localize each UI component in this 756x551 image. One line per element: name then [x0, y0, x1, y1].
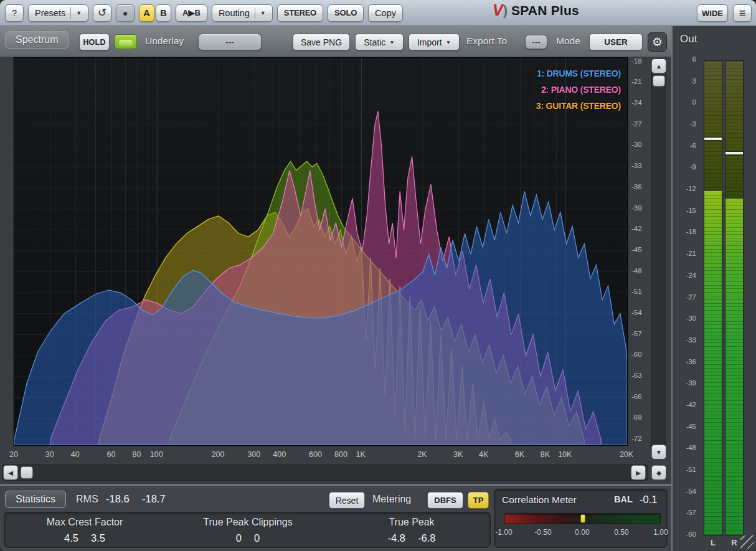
- output-meter-panel: Out 630-3-6-9-12-15-18-21-24-27-30-33-36…: [671, 26, 756, 551]
- scroll-down-button[interactable]: ▼: [651, 445, 666, 459]
- out-scale-label: -30: [674, 314, 696, 322]
- db-tick-label: -63: [631, 372, 642, 379]
- correlation-meter-label: Correlation Meter: [502, 494, 577, 506]
- db-axis: -18-21-24-27-30-33-36-39-42-45-48-51-54-…: [629, 57, 650, 446]
- frequency-tick-label: 2K: [417, 450, 427, 459]
- static-dropdown[interactable]: Static ▼: [355, 34, 404, 50]
- solo-button[interactable]: SOLO: [328, 4, 364, 22]
- settings-gear-icon[interactable]: ⚙: [648, 32, 667, 52]
- import-dropdown-icon: ▼: [446, 39, 451, 45]
- true-peak-clippings-group: True Peak Clippings 0 0: [179, 517, 316, 544]
- horizontal-scrollbar[interactable]: [2, 464, 648, 481]
- peak-marker-left: [704, 138, 722, 140]
- out-scale-label: -33: [674, 336, 696, 344]
- out-scale-label: -18: [674, 228, 696, 235]
- out-scale-label: -42: [674, 401, 696, 408]
- dbfs-button[interactable]: DBFS: [427, 492, 463, 509]
- tab-statistics[interactable]: Statistics: [5, 491, 66, 508]
- import-dropdown[interactable]: Import ▼: [409, 34, 460, 50]
- routing-dropdown-icon[interactable]: ▼: [260, 10, 266, 16]
- bal-value: -0.1: [640, 494, 657, 506]
- save-png-button[interactable]: Save PNG: [293, 34, 350, 50]
- spectrum-plot[interactable]: 1: DRUMS (STEREO)2: PIANO (STEREO)3: GUI…: [14, 57, 628, 446]
- frequency-tick-label: 8K: [541, 450, 550, 459]
- max-crest-factor-group: Max Crest Factor 4.5 3.5: [16, 517, 153, 544]
- hold-button[interactable]: HOLD: [79, 34, 110, 50]
- mode-select[interactable]: USER: [589, 34, 643, 50]
- out-scale-label: 6: [674, 55, 696, 63]
- preset-a-button[interactable]: A: [139, 4, 154, 22]
- tp-button[interactable]: TP: [468, 492, 489, 509]
- meter-unlit-right: [725, 61, 743, 199]
- presets-button[interactable]: Presets ▼: [28, 4, 88, 22]
- frequency-tick-label: 30: [45, 450, 54, 459]
- top-toolbar: ? Presets ▼ ↺ ● A B A▶B Routing ▼ STEREO…: [0, 0, 756, 26]
- frequency-tick-label: 60: [107, 450, 116, 459]
- correlation-scale-label: -1.00: [490, 528, 517, 537]
- wide-button[interactable]: WIDE: [697, 4, 728, 22]
- db-tick-label: -30: [631, 141, 642, 148]
- level-meter-right[interactable]: [725, 60, 744, 535]
- underlay-select[interactable]: ---: [198, 34, 262, 50]
- brand: V ) SPAN Plus: [493, 2, 579, 18]
- out-scale-label: -45: [674, 423, 696, 430]
- frequency-tick-label: 100: [150, 450, 163, 459]
- db-tick-label: -48: [631, 267, 642, 275]
- out-scale-label: -36: [674, 358, 696, 365]
- preset-b-button[interactable]: B: [156, 4, 171, 22]
- a-to-b-copy-button[interactable]: A▶B: [176, 4, 207, 22]
- record-toggle-icon[interactable]: ●: [116, 4, 135, 22]
- spectrum-legend: 1: DRUMS (STEREO)2: PIANO (STEREO)3: GUI…: [536, 65, 621, 114]
- help-button[interactable]: ?: [5, 4, 24, 22]
- frequency-tick-label: 400: [273, 450, 286, 459]
- db-tick-label: -72: [631, 435, 642, 442]
- reset-button[interactable]: Reset: [329, 492, 365, 509]
- out-scale-label: -6: [674, 142, 696, 149]
- level-meter-left[interactable]: [704, 60, 722, 535]
- scroll-right-button[interactable]: ▶: [631, 465, 646, 480]
- out-scale-label: 3: [674, 77, 696, 85]
- out-scale-label: -57: [674, 509, 696, 516]
- scroll-left-button[interactable]: ◀: [3, 465, 18, 480]
- vertical-scrollbar[interactable]: [651, 58, 666, 460]
- presets-divider: [70, 7, 71, 19]
- copy-button[interactable]: Copy: [368, 4, 403, 22]
- rms-label: RMS: [76, 494, 98, 505]
- peak-marker-right: [725, 152, 743, 154]
- routing-label: Routing: [219, 8, 250, 18]
- db-tick-label: -51: [631, 288, 642, 295]
- voxengo-logo-icon: V: [493, 2, 503, 18]
- correlation-scale-label: 0.50: [608, 528, 635, 537]
- zoom-diamond-button[interactable]: ◆: [651, 465, 666, 480]
- out-scale-label: -15: [674, 207, 696, 214]
- out-title: Out: [680, 33, 697, 45]
- spectrum-color-button[interactable]: [115, 34, 137, 49]
- frequency-tick-label: 20: [9, 450, 18, 459]
- max-crest-factor-label: Max Crest Factor: [16, 517, 153, 528]
- presets-dropdown-icon[interactable]: ▼: [76, 10, 82, 16]
- rms-value-left: -18.6: [106, 493, 130, 505]
- db-tick-label: -39: [631, 204, 642, 212]
- undo-icon[interactable]: ↺: [93, 4, 111, 22]
- menu-icon[interactable]: ≡: [733, 4, 752, 22]
- vscroll-thumb[interactable]: [653, 75, 665, 87]
- static-dropdown-icon: ▼: [389, 39, 394, 45]
- frequency-tick-label: 4K: [479, 450, 488, 459]
- scroll-up-button[interactable]: ▲: [651, 59, 666, 73]
- resize-grip[interactable]: [740, 535, 754, 549]
- hscroll-thumb[interactable]: [21, 466, 33, 479]
- frequency-tick-label: 40: [71, 450, 80, 459]
- routing-button[interactable]: Routing ▼: [212, 4, 273, 22]
- underlay-label: Underlay: [145, 35, 184, 47]
- tab-spectrum[interactable]: Spectrum: [5, 31, 69, 49]
- frequency-tick-label: 600: [309, 450, 322, 459]
- export-to-select[interactable]: ---: [525, 35, 547, 49]
- frequency-tick-label: 300: [247, 450, 260, 459]
- stats-values-panel: Max Crest Factor 4.5 3.5 True Peak Clipp…: [4, 512, 491, 548]
- out-scale-label: -39: [674, 379, 696, 387]
- frequency-axis: 20304060801002003004006008001K2K3K4K6K8K…: [0, 446, 651, 464]
- import-label: Import: [417, 37, 442, 47]
- metering-label: Metering: [372, 494, 411, 505]
- stereo-button[interactable]: STEREO: [277, 4, 323, 22]
- legend-item: 3: GUITAR (STEREO): [536, 98, 621, 114]
